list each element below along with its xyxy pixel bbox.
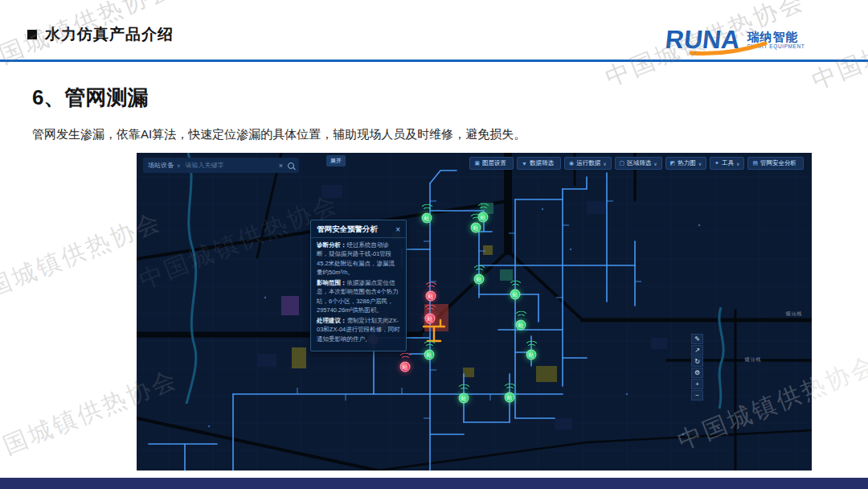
popup-section-label: 影响范围：: [317, 279, 347, 286]
station-marker-green[interactable]: 站: [474, 274, 485, 285]
popup-title: 管网安全预警分析: [317, 224, 378, 235]
popup-section-suggestion: 处理建议：需制定计划关闭ZX-03和ZX-04进行管段检修，同时通知受影响的住户…: [317, 316, 400, 343]
map-toolbar: ▣ 图层设置 ▼ 数据筛选 ◉ 运行数据 ∨ ▢ 区域筛选 ∨ ◩ 热力图: [469, 157, 804, 170]
signal-arc-icon: [422, 341, 437, 356]
layers-icon: ▣: [474, 160, 480, 166]
settings-tool-button[interactable]: ⚙: [691, 368, 703, 378]
station-marker-green[interactable]: 站: [422, 213, 432, 224]
road-label: 烟汕线: [786, 310, 803, 318]
toolbar-button-run-data[interactable]: ◉ 运行数据 ∨: [564, 157, 612, 170]
measure-tool-button[interactable]: ✎: [691, 334, 703, 344]
chevron-down-icon: ∨: [603, 161, 606, 166]
signal-arc-icon: [398, 353, 413, 368]
popup-section-label: 诊断分析：: [317, 241, 347, 249]
region-icon: ▢: [620, 160, 625, 166]
signal-arc-icon: [508, 281, 523, 296]
signal-arc-icon: [472, 265, 487, 281]
popup-header: 管网安全预警分析 ×: [311, 220, 406, 238]
clear-icon[interactable]: ×: [279, 162, 283, 170]
signal-arc-icon: [524, 341, 539, 356]
data-icon: ◉: [569, 160, 574, 166]
toolbar-button-layer-settings[interactable]: ▣ 图层设置: [469, 157, 514, 170]
tools-icon: ✦: [714, 160, 719, 166]
popup-section-label: 处理建议：: [317, 317, 347, 324]
signal-arc-icon: [514, 311, 529, 327]
toolbar-button-label: 区域筛选: [627, 159, 651, 167]
search-category-dropdown[interactable]: 场站设备: [148, 161, 174, 170]
signal-arc-icon: [423, 305, 438, 320]
search-input[interactable]: [183, 161, 275, 170]
chevron-down-icon[interactable]: ∨: [177, 162, 180, 168]
toolbar-button-network-safety-analysis[interactable]: ▤ 管网安全分析: [747, 157, 804, 170]
slide-header: 水力仿真产品介绍: [27, 24, 174, 45]
station-marker-red[interactable]: 站: [426, 291, 436, 302]
slide: 水力仿真产品介绍 RUNA 瑞纳智能 SMART EQUIPMENT 6、管网测…: [0, 0, 868, 489]
toolbar-button-label: 热力图: [678, 159, 696, 167]
signal-arc-icon: [424, 282, 439, 298]
station-marker-green[interactable]: 站: [510, 290, 521, 300]
station-marker-red[interactable]: 站: [400, 362, 411, 372]
signal-arc-icon: [457, 384, 472, 400]
toolbar-button-label: 运行数据: [576, 159, 600, 167]
close-icon[interactable]: ×: [395, 226, 400, 234]
chevron-down-icon: ∨: [736, 161, 739, 166]
road-label: 烟汕线: [745, 356, 762, 364]
map-canvas: [137, 153, 812, 471]
station-marker-green[interactable]: 站: [459, 393, 469, 404]
map-tool-stack: ✎ ↗ ↻ ⚙ + −: [691, 334, 703, 401]
popup-section-diagnosis: 诊断分析：经过系统自动诊断，疑似振兴路干线-01管段45.2米处附近有漏点，渗漏…: [317, 240, 400, 277]
station-marker-green[interactable]: 站: [471, 223, 481, 233]
search-icon[interactable]: [288, 162, 294, 169]
alert-analysis-popup: 管网安全预警分析 × 诊断分析：经过系统自动诊断，疑似振兴路干线-01管段45.…: [310, 220, 407, 351]
signal-arc-icon: [469, 214, 484, 229]
header-title: 水力仿真产品介绍: [45, 24, 174, 45]
toolbar-button-label: 图层设置: [482, 159, 506, 167]
header-divider: [0, 60, 868, 62]
toolbar-button-area-filter[interactable]: ▢ 区域筛选 ∨: [615, 157, 662, 170]
signal-arc-icon: [502, 384, 518, 399]
station-marker-green[interactable]: 站: [516, 320, 526, 331]
pan-tool-button[interactable]: ↗: [691, 345, 703, 355]
toolbar-button-tools[interactable]: ✦ 工具 ∨: [710, 157, 744, 170]
filter-icon: ▼: [522, 161, 527, 166]
runa-logo-text: RUNA: [664, 27, 741, 52]
popup-section-impact: 影响范围：依据渗漏点定位信息，本次影响范围包含4个热力站，6个小区，3286户居…: [317, 278, 400, 314]
page-description: 管网发生渗漏，依靠AI算法，快速定位渗漏的具体位置，辅助现场人员及时维修，避免损…: [32, 127, 526, 142]
signal-arc-icon: [420, 204, 435, 220]
logo-cn-text: 瑞纳智能: [747, 30, 805, 43]
toolbar-button-data-filter[interactable]: ▼ 数据筛选: [517, 157, 561, 170]
toolbar-button-heatmap[interactable]: ◩ 热力图 ∨: [665, 157, 707, 170]
zoom-in-button[interactable]: +: [691, 379, 703, 389]
watermark: 中国城镇供热协会: [807, 0, 868, 98]
page-title: 6、管网测漏: [32, 84, 148, 112]
header-bullet-icon: [27, 30, 37, 39]
toolbar-button-label: 管网安全分析: [760, 159, 796, 167]
rivers: [186, 153, 723, 409]
chevron-down-icon: ∨: [653, 161, 657, 166]
search-bar[interactable]: 场站设备 ∨ ×: [143, 158, 299, 173]
bottom-bar: [0, 478, 868, 489]
popup-body: 诊断分析：经过系统自动诊断，疑似振兴路干线-01管段45.2米处附近有漏点，渗漏…: [311, 238, 406, 351]
runa-logo: RUNA 瑞纳智能 SMART EQUIPMENT: [665, 27, 805, 52]
reset-tool-button[interactable]: ↻: [691, 356, 703, 367]
map-screenshot[interactable]: 烟汕线 烟汕线 场站设备 ∨ × 展开 ▣ 图层设置 ▼ 数据筛选 ◉: [137, 153, 812, 471]
analysis-icon: ▤: [752, 160, 758, 166]
expand-button[interactable]: 展开: [326, 155, 346, 166]
station-marker-green[interactable]: 站: [526, 350, 537, 360]
logo-en-text: SMART EQUIPMENT: [747, 43, 805, 49]
heatmap-icon: ◩: [670, 160, 676, 166]
zoom-out-button[interactable]: −: [691, 390, 703, 401]
toolbar-button-label: 工具: [722, 159, 734, 167]
station-marker-red[interactable]: 站: [425, 314, 436, 324]
station-marker-green[interactable]: 站: [424, 350, 435, 360]
station-marker-green[interactable]: 站: [505, 392, 515, 403]
chevron-down-icon: ∨: [698, 161, 702, 166]
toolbar-button-label: 数据筛选: [530, 159, 554, 167]
